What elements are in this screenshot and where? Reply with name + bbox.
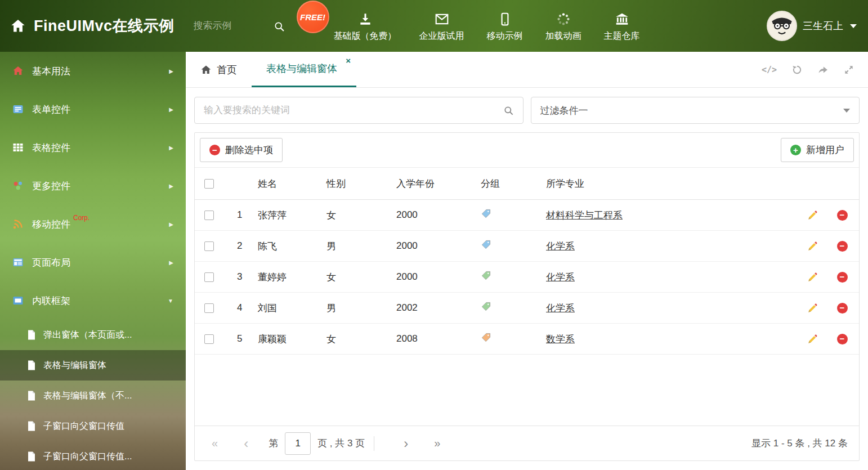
col-year[interactable]: 入学年份: [392, 177, 476, 190]
bank-icon: [615, 12, 629, 26]
cell-gender: 女: [322, 209, 392, 222]
filter-row: 过滤条件一: [194, 97, 860, 124]
col-name[interactable]: 姓名: [253, 177, 322, 190]
tab-home[interactable]: 首页: [186, 52, 252, 87]
tab-bar: 首页 表格与编辑窗体: [186, 52, 868, 88]
major-link[interactable]: 化学系: [546, 241, 575, 252]
sidebar-subitem-popup-window[interactable]: 弹出窗体（本页面或...: [0, 320, 186, 350]
sidebar-item-basic-usage[interactable]: 基本用法: [0, 52, 186, 90]
share-icon[interactable]: [817, 64, 829, 75]
sidebar-subitem-child-to-parent[interactable]: 子窗口向父窗口传值: [0, 411, 186, 441]
nav-item-basic-free[interactable]: FREE! 基础版（免费）: [334, 10, 397, 42]
col-major[interactable]: 所学专业: [542, 177, 799, 190]
sidebar-item-page-layout[interactable]: 页面布局: [0, 243, 186, 281]
record-summary: 显示 1 - 5 条 , 共 12 条: [751, 437, 848, 450]
tab-label: 表格与编辑窗体: [266, 62, 337, 75]
home-icon: [12, 65, 24, 77]
table-header-row: 姓名 性别 入学年份 分组 所学专业: [195, 168, 859, 200]
file-icon: [27, 391, 36, 401]
edit-button[interactable]: [799, 303, 825, 314]
close-icon[interactable]: [346, 56, 351, 65]
delete-button[interactable]: [825, 210, 859, 221]
app-logo[interactable]: FineUIMvc在线示例: [0, 16, 175, 36]
prev-page-icon[interactable]: [238, 436, 254, 451]
nav-item-enterprise-trial[interactable]: 企业版试用: [419, 10, 464, 42]
avatar[interactable]: [767, 11, 797, 41]
tab-tools: [762, 52, 868, 87]
edit-button[interactable]: [799, 272, 825, 283]
table-row: 2 陈飞 男 2000 化学系: [195, 231, 859, 262]
filter-dropdown[interactable]: 过滤条件一: [531, 97, 860, 124]
sidebar-subitem-label: 表格与编辑窗体: [43, 360, 106, 371]
header-search-input[interactable]: [194, 20, 268, 32]
user-menu[interactable]: 三生石上: [767, 11, 868, 41]
tab-grid-edit-window[interactable]: 表格与编辑窗体: [252, 52, 356, 87]
delete-button[interactable]: [825, 303, 859, 314]
sidebar-item-grid-controls[interactable]: 表格控件: [0, 128, 186, 167]
download-icon: [358, 12, 373, 26]
delete-button[interactable]: [825, 334, 859, 344]
delete-button[interactable]: [825, 241, 859, 252]
source-code-icon[interactable]: [762, 65, 777, 75]
mobile-icon: [498, 12, 512, 26]
fullscreen-icon[interactable]: [843, 64, 854, 75]
cell-name: 董婷婷: [253, 271, 322, 284]
sidebar-item-inline-frame[interactable]: 内联框架: [0, 281, 186, 320]
major-link[interactable]: 化学系: [546, 272, 575, 283]
nav-label: 主题仓库: [604, 30, 640, 42]
chevron-right-icon: [169, 145, 173, 151]
sidebar-subitem-child-to-parent-2[interactable]: 子窗口向父窗口传值...: [0, 441, 186, 470]
chevron-right-icon: [169, 68, 173, 74]
sidebar-item-label: 表格控件: [32, 141, 70, 154]
row-number: 3: [223, 271, 253, 283]
layout-icon: [12, 257, 24, 268]
page-number-input[interactable]: [285, 432, 311, 455]
row-checkbox[interactable]: [204, 303, 214, 313]
minus-circle-icon: [837, 272, 848, 283]
add-user-button[interactable]: 新增用户: [781, 138, 854, 162]
nav-item-theme-store[interactable]: 主题仓库: [604, 10, 640, 42]
next-page-icon[interactable]: [398, 436, 414, 451]
search-icon[interactable]: [503, 105, 514, 116]
col-group[interactable]: 分组: [476, 177, 542, 190]
sidebar-item-form-controls[interactable]: 表单控件: [0, 90, 186, 128]
edit-button[interactable]: [799, 210, 825, 221]
sidebar-item-label: 基本用法: [32, 65, 70, 78]
major-link[interactable]: 数学系: [546, 334, 575, 344]
table-empty-space: [195, 355, 859, 426]
major-link[interactable]: 材料科学与工程系: [546, 210, 623, 221]
delete-button[interactable]: [825, 272, 859, 283]
home-icon: [10, 18, 26, 34]
row-checkbox[interactable]: [204, 272, 214, 282]
row-checkbox[interactable]: [204, 334, 214, 344]
nav-label: 加载动画: [545, 30, 581, 42]
select-all-checkbox[interactable]: [204, 179, 214, 189]
cell-group: [476, 270, 542, 284]
col-gender[interactable]: 性别: [322, 177, 392, 190]
keyword-search-input[interactable]: [204, 105, 503, 116]
top-header: FineUIMvc在线示例 FREE! 基础版（免费） 企业版试用: [0, 0, 868, 52]
nav-item-mobile-demo[interactable]: 移动示例: [487, 10, 523, 42]
nav-item-loading-animation[interactable]: 加载动画: [545, 10, 581, 42]
delete-selected-button[interactable]: 删除选中项: [200, 138, 283, 162]
first-page-icon[interactable]: [206, 437, 223, 450]
cell-name: 康颖颖: [253, 333, 322, 346]
sidebar-subitem-grid-edit-window[interactable]: 表格与编辑窗体: [0, 350, 186, 381]
sidebar-submenu: 弹出窗体（本页面或... 表格与编辑窗体 表格与编辑窗体（不... 子窗口向父窗…: [0, 320, 186, 470]
sidebar-subitem-grid-edit-window-2[interactable]: 表格与编辑窗体（不...: [0, 381, 186, 411]
edit-button[interactable]: [799, 334, 825, 344]
cell-year: 2000: [392, 271, 476, 283]
cell-gender: 女: [322, 333, 392, 346]
sidebar-item-mobile-controls[interactable]: 移动控件 Corp.: [0, 205, 186, 243]
app-title: FineUIMvc在线示例: [34, 16, 175, 36]
last-page-icon[interactable]: [428, 437, 446, 450]
sidebar-item-more-controls[interactable]: 更多控件: [0, 167, 186, 205]
refresh-icon[interactable]: [791, 64, 803, 75]
row-checkbox[interactable]: [204, 241, 214, 251]
row-checkbox[interactable]: [204, 211, 214, 220]
table-row: 5 康颖颖 女 2008 数学系: [195, 324, 859, 355]
tag-icon: [481, 332, 491, 343]
search-icon[interactable]: [274, 21, 284, 32]
edit-button[interactable]: [799, 241, 825, 252]
major-link[interactable]: 化学系: [546, 303, 575, 314]
